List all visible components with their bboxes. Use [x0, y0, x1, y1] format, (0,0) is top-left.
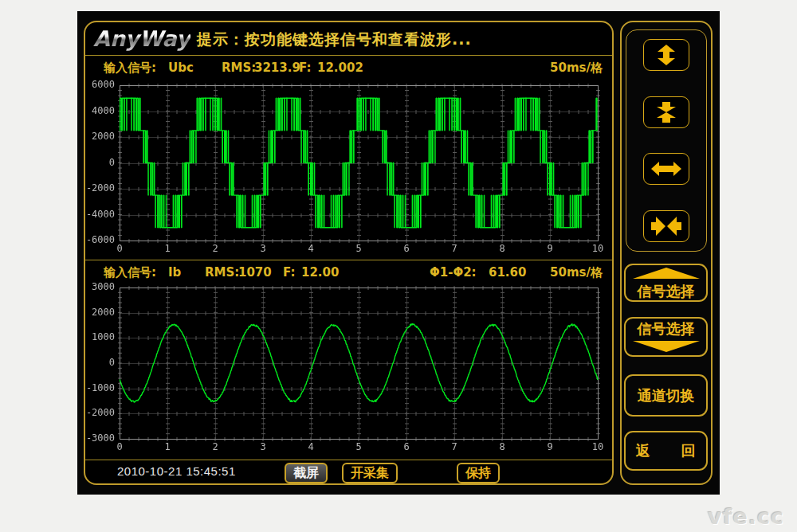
channel2-freq-value: 12.00 [301, 265, 339, 280]
channel1-rms-value: 3213.9 [254, 61, 300, 75]
signal-select-up-button[interactable]: 信号选择 [624, 264, 708, 302]
signal-select-down-button[interactable]: 信号选择 [624, 317, 708, 357]
instrument-bezel: AnyWay 提示：按功能键选择信号和查看波形... 输入信号: Ubc RMS… [77, 11, 720, 495]
anyway-logo: AnyWay [93, 26, 190, 51]
triangle-up-icon [633, 265, 700, 282]
status-bar: 2010-10-21 15:45:51 截屏 开采集 保持 [85, 460, 612, 483]
channel2-rms-label: RMS: [205, 265, 239, 280]
hold-button[interactable]: 保持 [457, 463, 500, 483]
function-key-panel: 信号选择 信号选择 通道切换 返 回 [620, 21, 713, 485]
expand-vertical-button[interactable] [643, 39, 689, 71]
screenshot-root: AnyWay 提示：按功能键选择信号和查看波形... 输入信号: Ubc RMS… [0, 0, 797, 532]
channel1-info-bar: 输入信号: Ubc RMS: 3213.9 F: 12.002 50ms/格 [85, 56, 612, 80]
signal-select-down-label: 信号选择 [638, 319, 695, 338]
channel2-freq-label: F: [283, 265, 295, 280]
scale-button-group [626, 29, 707, 252]
compress-horizontal-button[interactable] [643, 210, 689, 242]
channel1-freq-value: 12.002 [317, 61, 363, 75]
channel1-input-label: 输入信号: [104, 61, 156, 76]
compress-vertical-button[interactable] [643, 96, 689, 128]
channel2-timebase: 50ms/格 [550, 265, 603, 280]
channel1-timebase: 50ms/格 [550, 61, 603, 76]
channel2-phase-value: 61.60 [489, 265, 526, 280]
channel1-signal-name: Ubc [168, 61, 194, 75]
channel2-phase-label: Φ1-Φ2: [430, 265, 477, 280]
channel2-info-bar: 输入信号: Ib RMS: 1070 F: 12.00 Φ1-Φ2: 61.60… [85, 260, 612, 284]
signal-select-up-label: 信号选择 [638, 282, 695, 301]
screenshot-button[interactable]: 截屏 [285, 463, 328, 483]
expand-horizontal-icon [650, 158, 682, 180]
display-area: AnyWay 提示：按功能键选择信号和查看波形... 输入信号: Ubc RMS… [84, 21, 614, 485]
return-button[interactable]: 返 回 [624, 431, 708, 471]
compress-vertical-icon [650, 101, 682, 123]
channel2-signal-name: Ib [168, 265, 181, 280]
prompt-text: 提示：按功能键选择信号和查看波形... [197, 22, 472, 56]
watermark: vfe.cc [708, 504, 784, 529]
expand-vertical-icon [650, 44, 682, 66]
triangle-down-icon [633, 338, 700, 355]
compress-horizontal-icon [650, 215, 682, 237]
timestamp: 2010-10-21 15:45:51 [117, 464, 236, 478]
chann2-rms-value: 1070 [238, 265, 272, 280]
channel1-freq-label: F: [299, 61, 311, 75]
channel-switch-button[interactable]: 通道切换 [624, 374, 708, 417]
start-acquisition-button[interactable]: 开采集 [342, 463, 398, 483]
waveform-chart-ib [85, 282, 612, 460]
channel2-input-label: 输入信号: [104, 265, 156, 280]
expand-horizontal-button[interactable] [643, 153, 689, 185]
title-bar: AnyWay 提示：按功能键选择信号和查看波形... [85, 22, 612, 56]
waveform-chart-ubc [85, 80, 612, 260]
channel1-rms-label: RMS: [222, 61, 256, 75]
